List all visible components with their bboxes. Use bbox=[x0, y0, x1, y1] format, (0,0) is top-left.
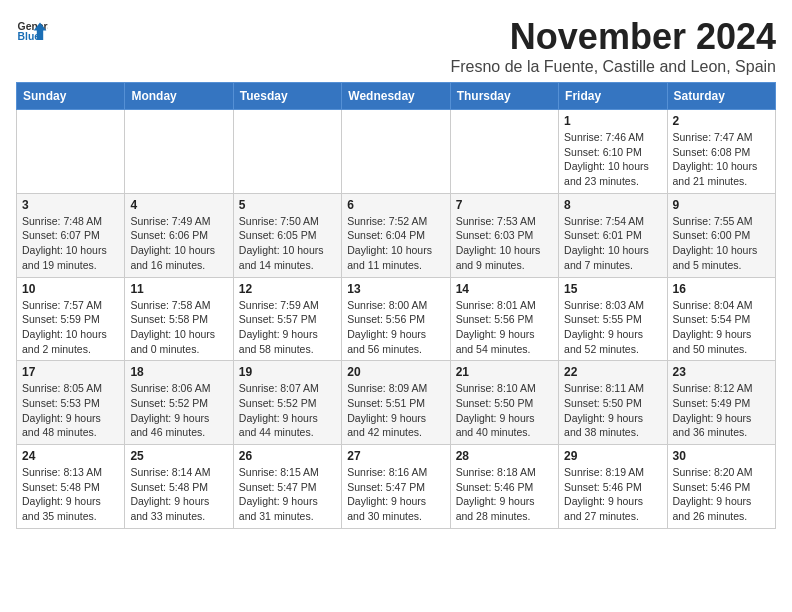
day-info: Sunrise: 7:54 AM Sunset: 6:01 PM Dayligh… bbox=[564, 214, 661, 273]
day-info: Sunrise: 8:01 AM Sunset: 5:56 PM Dayligh… bbox=[456, 298, 553, 357]
calendar-cell: 22Sunrise: 8:11 AM Sunset: 5:50 PM Dayli… bbox=[559, 361, 667, 445]
calendar-cell: 5Sunrise: 7:50 AM Sunset: 6:05 PM Daylig… bbox=[233, 193, 341, 277]
day-info: Sunrise: 7:49 AM Sunset: 6:06 PM Dayligh… bbox=[130, 214, 227, 273]
calendar-cell: 1Sunrise: 7:46 AM Sunset: 6:10 PM Daylig… bbox=[559, 110, 667, 194]
day-info: Sunrise: 8:11 AM Sunset: 5:50 PM Dayligh… bbox=[564, 381, 661, 440]
calendar-cell: 30Sunrise: 8:20 AM Sunset: 5:46 PM Dayli… bbox=[667, 445, 775, 529]
day-info: Sunrise: 7:53 AM Sunset: 6:03 PM Dayligh… bbox=[456, 214, 553, 273]
day-number: 9 bbox=[673, 198, 770, 212]
day-info: Sunrise: 7:58 AM Sunset: 5:58 PM Dayligh… bbox=[130, 298, 227, 357]
day-number: 25 bbox=[130, 449, 227, 463]
calendar-cell: 9Sunrise: 7:55 AM Sunset: 6:00 PM Daylig… bbox=[667, 193, 775, 277]
calendar-cell: 19Sunrise: 8:07 AM Sunset: 5:52 PM Dayli… bbox=[233, 361, 341, 445]
day-number: 10 bbox=[22, 282, 119, 296]
header: General Blue November 2024 Fresno de la … bbox=[16, 16, 776, 76]
day-info: Sunrise: 8:05 AM Sunset: 5:53 PM Dayligh… bbox=[22, 381, 119, 440]
day-number: 20 bbox=[347, 365, 444, 379]
calendar-cell: 2Sunrise: 7:47 AM Sunset: 6:08 PM Daylig… bbox=[667, 110, 775, 194]
day-number: 8 bbox=[564, 198, 661, 212]
day-number: 24 bbox=[22, 449, 119, 463]
calendar-cell bbox=[450, 110, 558, 194]
day-number: 12 bbox=[239, 282, 336, 296]
day-number: 23 bbox=[673, 365, 770, 379]
day-info: Sunrise: 8:14 AM Sunset: 5:48 PM Dayligh… bbox=[130, 465, 227, 524]
calendar-cell: 7Sunrise: 7:53 AM Sunset: 6:03 PM Daylig… bbox=[450, 193, 558, 277]
day-info: Sunrise: 8:15 AM Sunset: 5:47 PM Dayligh… bbox=[239, 465, 336, 524]
week-row-2: 3Sunrise: 7:48 AM Sunset: 6:07 PM Daylig… bbox=[17, 193, 776, 277]
day-info: Sunrise: 7:57 AM Sunset: 5:59 PM Dayligh… bbox=[22, 298, 119, 357]
day-number: 17 bbox=[22, 365, 119, 379]
day-number: 5 bbox=[239, 198, 336, 212]
weekday-header-row: SundayMondayTuesdayWednesdayThursdayFrid… bbox=[17, 83, 776, 110]
day-info: Sunrise: 8:12 AM Sunset: 5:49 PM Dayligh… bbox=[673, 381, 770, 440]
day-number: 29 bbox=[564, 449, 661, 463]
calendar-cell: 27Sunrise: 8:16 AM Sunset: 5:47 PM Dayli… bbox=[342, 445, 450, 529]
weekday-header-tuesday: Tuesday bbox=[233, 83, 341, 110]
calendar-cell: 17Sunrise: 8:05 AM Sunset: 5:53 PM Dayli… bbox=[17, 361, 125, 445]
day-info: Sunrise: 7:50 AM Sunset: 6:05 PM Dayligh… bbox=[239, 214, 336, 273]
day-info: Sunrise: 8:18 AM Sunset: 5:46 PM Dayligh… bbox=[456, 465, 553, 524]
day-info: Sunrise: 8:10 AM Sunset: 5:50 PM Dayligh… bbox=[456, 381, 553, 440]
calendar-cell: 4Sunrise: 7:49 AM Sunset: 6:06 PM Daylig… bbox=[125, 193, 233, 277]
day-info: Sunrise: 7:47 AM Sunset: 6:08 PM Dayligh… bbox=[673, 130, 770, 189]
day-number: 6 bbox=[347, 198, 444, 212]
weekday-header-wednesday: Wednesday bbox=[342, 83, 450, 110]
location-title: Fresno de la Fuente, Castille and Leon, … bbox=[450, 58, 776, 76]
logo-icon: General Blue bbox=[16, 16, 48, 48]
day-number: 3 bbox=[22, 198, 119, 212]
day-info: Sunrise: 8:19 AM Sunset: 5:46 PM Dayligh… bbox=[564, 465, 661, 524]
calendar-cell: 8Sunrise: 7:54 AM Sunset: 6:01 PM Daylig… bbox=[559, 193, 667, 277]
day-number: 21 bbox=[456, 365, 553, 379]
day-info: Sunrise: 8:06 AM Sunset: 5:52 PM Dayligh… bbox=[130, 381, 227, 440]
weekday-header-friday: Friday bbox=[559, 83, 667, 110]
calendar-cell: 11Sunrise: 7:58 AM Sunset: 5:58 PM Dayli… bbox=[125, 277, 233, 361]
calendar-cell bbox=[125, 110, 233, 194]
day-number: 4 bbox=[130, 198, 227, 212]
day-number: 14 bbox=[456, 282, 553, 296]
calendar-cell: 13Sunrise: 8:00 AM Sunset: 5:56 PM Dayli… bbox=[342, 277, 450, 361]
day-info: Sunrise: 8:00 AM Sunset: 5:56 PM Dayligh… bbox=[347, 298, 444, 357]
day-info: Sunrise: 7:48 AM Sunset: 6:07 PM Dayligh… bbox=[22, 214, 119, 273]
calendar-cell: 25Sunrise: 8:14 AM Sunset: 5:48 PM Dayli… bbox=[125, 445, 233, 529]
day-number: 11 bbox=[130, 282, 227, 296]
calendar-cell: 14Sunrise: 8:01 AM Sunset: 5:56 PM Dayli… bbox=[450, 277, 558, 361]
day-number: 27 bbox=[347, 449, 444, 463]
calendar-cell: 10Sunrise: 7:57 AM Sunset: 5:59 PM Dayli… bbox=[17, 277, 125, 361]
day-number: 7 bbox=[456, 198, 553, 212]
calendar-cell: 20Sunrise: 8:09 AM Sunset: 5:51 PM Dayli… bbox=[342, 361, 450, 445]
day-info: Sunrise: 8:07 AM Sunset: 5:52 PM Dayligh… bbox=[239, 381, 336, 440]
logo: General Blue bbox=[16, 16, 48, 48]
day-number: 19 bbox=[239, 365, 336, 379]
day-number: 13 bbox=[347, 282, 444, 296]
day-number: 22 bbox=[564, 365, 661, 379]
day-info: Sunrise: 8:09 AM Sunset: 5:51 PM Dayligh… bbox=[347, 381, 444, 440]
day-info: Sunrise: 8:20 AM Sunset: 5:46 PM Dayligh… bbox=[673, 465, 770, 524]
calendar-cell: 16Sunrise: 8:04 AM Sunset: 5:54 PM Dayli… bbox=[667, 277, 775, 361]
day-number: 2 bbox=[673, 114, 770, 128]
day-info: Sunrise: 8:04 AM Sunset: 5:54 PM Dayligh… bbox=[673, 298, 770, 357]
calendar-cell: 12Sunrise: 7:59 AM Sunset: 5:57 PM Dayli… bbox=[233, 277, 341, 361]
calendar-cell: 26Sunrise: 8:15 AM Sunset: 5:47 PM Dayli… bbox=[233, 445, 341, 529]
calendar-cell: 23Sunrise: 8:12 AM Sunset: 5:49 PM Dayli… bbox=[667, 361, 775, 445]
weekday-header-monday: Monday bbox=[125, 83, 233, 110]
day-number: 18 bbox=[130, 365, 227, 379]
calendar-cell bbox=[233, 110, 341, 194]
week-row-4: 17Sunrise: 8:05 AM Sunset: 5:53 PM Dayli… bbox=[17, 361, 776, 445]
calendar-table: SundayMondayTuesdayWednesdayThursdayFrid… bbox=[16, 82, 776, 529]
day-number: 1 bbox=[564, 114, 661, 128]
weekday-header-thursday: Thursday bbox=[450, 83, 558, 110]
calendar-cell bbox=[342, 110, 450, 194]
week-row-1: 1Sunrise: 7:46 AM Sunset: 6:10 PM Daylig… bbox=[17, 110, 776, 194]
day-number: 28 bbox=[456, 449, 553, 463]
calendar-cell: 3Sunrise: 7:48 AM Sunset: 6:07 PM Daylig… bbox=[17, 193, 125, 277]
week-row-3: 10Sunrise: 7:57 AM Sunset: 5:59 PM Dayli… bbox=[17, 277, 776, 361]
calendar-cell: 29Sunrise: 8:19 AM Sunset: 5:46 PM Dayli… bbox=[559, 445, 667, 529]
day-number: 15 bbox=[564, 282, 661, 296]
month-title: November 2024 bbox=[450, 16, 776, 58]
weekday-header-sunday: Sunday bbox=[17, 83, 125, 110]
day-number: 26 bbox=[239, 449, 336, 463]
day-info: Sunrise: 7:59 AM Sunset: 5:57 PM Dayligh… bbox=[239, 298, 336, 357]
calendar-cell: 6Sunrise: 7:52 AM Sunset: 6:04 PM Daylig… bbox=[342, 193, 450, 277]
week-row-5: 24Sunrise: 8:13 AM Sunset: 5:48 PM Dayli… bbox=[17, 445, 776, 529]
calendar-cell: 18Sunrise: 8:06 AM Sunset: 5:52 PM Dayli… bbox=[125, 361, 233, 445]
